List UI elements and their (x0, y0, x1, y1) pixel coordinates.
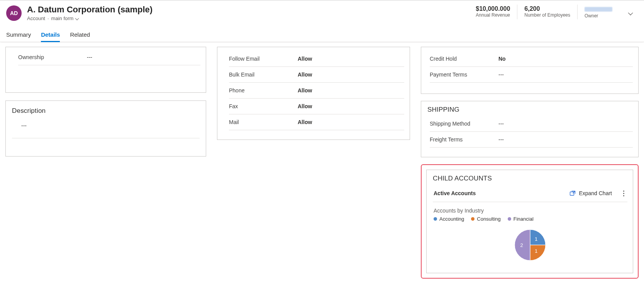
expand-icon (569, 191, 576, 196)
legend-item-accounting[interactable]: Accounting (434, 216, 464, 222)
field-value: --- (87, 54, 92, 60)
title-block: A. Datum Corporation (sample) Account · … (27, 5, 463, 21)
chart-legend: Accounting Consulting Financial (434, 216, 627, 222)
pie-slice-label: 1 (535, 236, 537, 242)
metric-number-of-employees[interactable]: 6,200 Number of Employees (517, 5, 577, 19)
tab-details[interactable]: Details (41, 28, 60, 42)
pie-slice-label: 1 (535, 248, 537, 254)
form-selector[interactable]: main form (51, 15, 80, 21)
legend-dot (434, 217, 437, 221)
field-payment-terms[interactable]: Payment Terms --- (430, 67, 633, 83)
kebab-icon (623, 193, 624, 194)
description-value[interactable]: --- (12, 117, 200, 138)
field-shipping-method[interactable]: Shipping Method --- (430, 116, 633, 132)
tab-summary[interactable]: Summary (6, 28, 31, 42)
header-expand-toggle[interactable] (628, 10, 638, 16)
pie-slice[interactable] (530, 230, 546, 245)
more-menu[interactable] (620, 189, 627, 198)
field-value: Allow (298, 119, 312, 125)
chevron-down-icon (629, 10, 634, 15)
record-subtitle: Account · main form (27, 15, 463, 21)
metric-label: Owner (585, 13, 612, 19)
view-name[interactable]: Active Accounts (434, 190, 566, 196)
field-value: --- (498, 136, 504, 143)
metric-value: 6,200 (524, 5, 570, 12)
field-value: --- (498, 71, 504, 78)
field-ownership[interactable]: Ownership --- (18, 49, 200, 65)
expand-chart-label: Expand Chart (579, 190, 612, 196)
pie-svg: 112 (512, 227, 548, 263)
form-tabs: Summary Details Related (0, 28, 644, 42)
field-label: Follow Email (229, 56, 295, 62)
section-title: SHIPPING (427, 106, 633, 114)
field-value: Allow (298, 103, 312, 109)
company-profile-card: Ownership --- (5, 47, 206, 93)
separator-dot: · (47, 15, 49, 21)
pie-chart: 112 (433, 226, 627, 267)
field-label: Shipping Method (430, 121, 495, 127)
chevron-down-icon (76, 17, 80, 20)
field-credit-hold[interactable]: Credit Hold No (430, 51, 633, 67)
child-accounts-subheader: Active Accounts Expand Chart (433, 185, 627, 202)
section-title: CHILD ACCOUNTS (433, 175, 627, 182)
field-label: Ownership (18, 54, 84, 60)
legend-label: Financial (514, 216, 534, 222)
field-value: Allow (298, 87, 312, 94)
field-label: Mail (229, 119, 295, 125)
field-follow-email[interactable]: Follow Email Allow (229, 51, 404, 67)
contact-preferences-card: Follow Email Allow Bulk Email Allow Phon… (217, 47, 410, 140)
field-phone[interactable]: Phone Allow (229, 83, 404, 99)
field-label: Phone (229, 87, 295, 94)
description-card: Description --- (5, 100, 206, 157)
legend-item-consulting[interactable]: Consulting (471, 216, 500, 222)
header-metrics: $10,000.000 Annual Revenue 6,200 Number … (469, 5, 622, 19)
column-right: Credit Hold No Payment Terms --- SHIPPIN… (421, 47, 639, 279)
legend-dot (471, 217, 475, 221)
metric-annual-revenue[interactable]: $10,000.000 Annual Revenue (469, 5, 517, 19)
entity-label: Account (27, 15, 45, 21)
field-bulk-email[interactable]: Bulk Email Allow (229, 67, 404, 83)
tab-related[interactable]: Related (70, 28, 90, 42)
shipping-card: SHIPPING Shipping Method --- Freight Ter… (421, 101, 639, 157)
billing-card: Credit Hold No Payment Terms --- (421, 47, 639, 94)
metric-value: $10,000.000 (476, 5, 510, 12)
field-label: Fax (229, 103, 295, 109)
record-name: A. Datum Corporation (sample) (27, 5, 463, 15)
field-mail[interactable]: Mail Allow (229, 114, 404, 130)
record-header: AD A. Datum Corporation (sample) Account… (0, 1, 644, 21)
section-title: Description (12, 107, 200, 115)
field-value: Allow (298, 71, 312, 78)
form-content: Ownership --- Description --- Follow Ema… (0, 42, 644, 290)
avatar: AD (6, 5, 22, 21)
metric-owner[interactable]: Owner (577, 5, 619, 19)
field-label: Freight Terms (430, 136, 495, 143)
legend-dot (508, 217, 511, 221)
field-value: Allow (298, 56, 312, 62)
svg-rect-0 (570, 192, 574, 196)
field-value: --- (498, 121, 504, 127)
field-fax[interactable]: Fax Allow (229, 99, 404, 114)
field-value: No (498, 56, 506, 62)
child-accounts-card: CHILD ACCOUNTS Active Accounts Expand Ch… (426, 170, 633, 273)
field-label: Credit Hold (430, 56, 495, 62)
field-freight-terms[interactable]: Freight Terms --- (430, 132, 633, 148)
metric-label: Number of Employees (524, 12, 570, 18)
column-left: Ownership --- Description --- (5, 47, 206, 157)
legend-item-financial[interactable]: Financial (508, 216, 534, 222)
expand-chart-button[interactable]: Expand Chart (569, 190, 612, 196)
metric-label: Annual Revenue (476, 12, 510, 18)
chart-title: Accounts by Industry (434, 208, 627, 214)
pie-slice-label: 2 (520, 242, 523, 248)
legend-label: Accounting (439, 216, 464, 222)
pie-slice[interactable] (530, 245, 546, 260)
form-name: main form (51, 15, 74, 21)
column-middle: Follow Email Allow Bulk Email Allow Phon… (217, 47, 410, 140)
owner-redacted (585, 7, 612, 12)
field-label: Bulk Email (229, 71, 295, 78)
child-accounts-highlight: CHILD ACCOUNTS Active Accounts Expand Ch… (421, 164, 639, 279)
field-label: Payment Terms (430, 71, 495, 78)
legend-label: Consulting (477, 216, 500, 222)
